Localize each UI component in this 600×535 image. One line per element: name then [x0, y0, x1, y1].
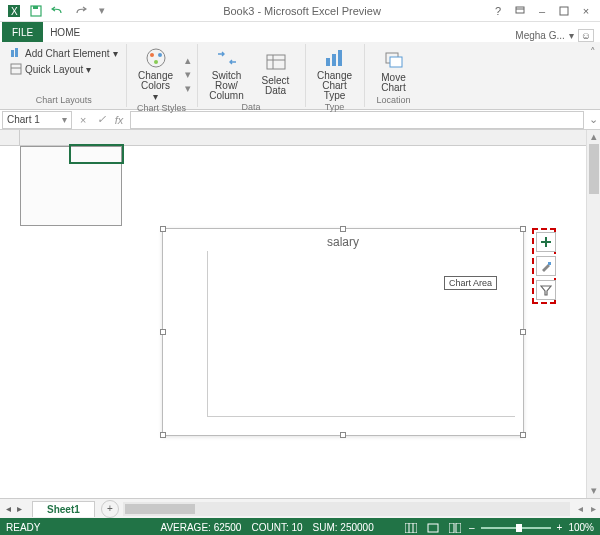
data-group: Switch Row/ Column Select Data Data: [198, 44, 306, 107]
group-label: Chart Layouts: [8, 94, 120, 105]
help-icon[interactable]: ?: [488, 2, 508, 20]
switch-row-col-button[interactable]: Switch Row/ Column: [204, 46, 250, 101]
account-dropdown-icon[interactable]: ▾: [569, 30, 574, 41]
status-aggregates: AVERAGE: 62500 COUNT: 10 SUM: 250000: [160, 522, 373, 533]
chart-elements-button[interactable]: [536, 232, 556, 252]
svg-rect-19: [332, 54, 336, 66]
ribbon-options-icon[interactable]: [510, 2, 530, 20]
svg-rect-30: [449, 523, 454, 533]
select-data-button[interactable]: Select Data: [253, 51, 299, 96]
sheet-tabs: ◂▸ Sheet1 + ◂ ▸: [0, 498, 600, 518]
add-sheet-button[interactable]: +: [101, 500, 119, 518]
cancel-formula-icon[interactable]: ×: [74, 111, 92, 129]
sheet-prev-icon[interactable]: ◂: [6, 503, 11, 514]
svg-rect-3: [33, 6, 38, 9]
svg-rect-29: [428, 524, 438, 532]
chart-title[interactable]: salary: [163, 229, 523, 251]
zoom-slider[interactable]: [481, 527, 551, 529]
hscroll-right-icon[interactable]: ▸: [587, 503, 600, 514]
file-tab[interactable]: FILE: [2, 22, 43, 42]
minimize-icon[interactable]: –: [532, 2, 552, 20]
svg-rect-26: [405, 523, 417, 533]
move-chart-icon: [380, 48, 408, 72]
save-icon[interactable]: [26, 2, 46, 20]
face-icon[interactable]: ☺: [578, 29, 594, 42]
undo-icon[interactable]: [48, 2, 68, 20]
change-colors-button[interactable]: Change Colors▾: [133, 46, 179, 102]
move-chart-button[interactable]: Move Chart: [371, 48, 417, 93]
formula-bar[interactable]: [130, 111, 584, 129]
select-all-corner[interactable]: [0, 130, 20, 145]
tab-home[interactable]: HOME: [43, 22, 87, 42]
svg-rect-7: [11, 50, 14, 57]
svg-rect-18: [326, 58, 330, 66]
svg-rect-22: [390, 57, 402, 67]
chart-layouts-group: Add Chart Element▾ Quick Layout▾ Chart L…: [2, 44, 127, 107]
grid-area: salary Chart Area ▴ ▾: [0, 130, 600, 498]
name-box[interactable]: Chart 1▾: [2, 111, 72, 129]
svg-rect-4: [516, 7, 524, 13]
column-headers: [0, 130, 586, 146]
expand-formula-icon[interactable]: ⌄: [586, 113, 600, 126]
zoom-out-icon[interactable]: –: [469, 522, 475, 533]
sheet-nav[interactable]: ◂▸: [0, 503, 28, 514]
chart-styles-button[interactable]: [536, 256, 556, 276]
grid-view-icon[interactable]: [403, 521, 419, 535]
switch-icon: [213, 46, 241, 70]
styles-up-icon[interactable]: ▴: [185, 54, 191, 67]
quick-access-toolbar: X ▾: [0, 2, 116, 20]
ribbon-tabs: FILE HOME Megha G... ▾ ☺: [0, 22, 600, 42]
svg-rect-8: [15, 48, 18, 57]
quick-layout-button[interactable]: Quick Layout▾: [8, 62, 93, 76]
palette-icon: [142, 46, 170, 70]
collapse-ribbon-icon[interactable]: ˄: [588, 44, 598, 107]
chart-side-buttons: [532, 228, 556, 304]
close-icon[interactable]: ×: [576, 2, 596, 20]
redo-icon[interactable]: [70, 2, 90, 20]
account-area[interactable]: Megha G... ▾ ☺: [515, 29, 598, 42]
add-chart-element-button[interactable]: Add Chart Element▾: [8, 46, 120, 60]
svg-rect-31: [456, 523, 461, 533]
svg-text:X: X: [11, 6, 18, 17]
chart-styles-group: Change Colors▾ ▴ ▾ ▾ Chart Styles: [127, 44, 198, 107]
maximize-icon[interactable]: [554, 2, 574, 20]
type-group: Change Chart Type Type: [306, 44, 365, 107]
svg-rect-6: [560, 7, 568, 15]
styles-down-icon[interactable]: ▾: [185, 68, 191, 81]
status-ready: READY: [6, 522, 40, 533]
chart-y-axis: [169, 253, 205, 421]
group-label: Type: [312, 101, 358, 112]
svg-rect-15: [267, 55, 285, 69]
statusbar: READY AVERAGE: 62500 COUNT: 10 SUM: 2500…: [0, 518, 600, 535]
titlebar: X ▾ Book3 - Microsoft Excel Preview ? – …: [0, 0, 600, 22]
svg-point-11: [147, 49, 165, 67]
svg-point-12: [150, 53, 154, 57]
sheet-next-icon[interactable]: ▸: [17, 503, 22, 514]
group-label: Data: [204, 101, 299, 112]
change-chart-type-button[interactable]: Change Chart Type: [312, 46, 358, 101]
svg-point-13: [158, 53, 162, 57]
location-group: Move Chart Location: [365, 44, 423, 107]
styles-more-icon[interactable]: ▾: [185, 82, 191, 95]
zoom-level[interactable]: 100%: [568, 522, 594, 533]
svg-rect-9: [11, 64, 21, 74]
window-controls: ? – ×: [488, 2, 600, 20]
embedded-chart[interactable]: salary Chart Area: [162, 228, 524, 436]
chart-type-icon: [321, 46, 349, 70]
sheet-tab-active[interactable]: Sheet1: [32, 501, 95, 517]
account-name: Megha G...: [515, 30, 564, 41]
fx-icon[interactable]: fx: [110, 111, 128, 129]
vertical-scrollbar[interactable]: ▴ ▾: [586, 130, 600, 498]
page-layout-view-icon[interactable]: [425, 521, 441, 535]
enter-formula-icon[interactable]: ✓: [92, 111, 110, 129]
horizontal-scrollbar[interactable]: [123, 502, 570, 516]
ribbon: Add Chart Element▾ Quick Layout▾ Chart L…: [0, 42, 600, 110]
hscroll-left-icon[interactable]: ◂: [574, 503, 587, 514]
window-title: Book3 - Microsoft Excel Preview: [116, 5, 488, 17]
chart-filters-button[interactable]: [536, 280, 556, 300]
excel-icon: X: [4, 2, 24, 20]
qat-customize-icon[interactable]: ▾: [92, 2, 112, 20]
zoom-in-icon[interactable]: +: [557, 522, 563, 533]
page-break-view-icon[interactable]: [447, 521, 463, 535]
svg-rect-25: [548, 262, 551, 265]
